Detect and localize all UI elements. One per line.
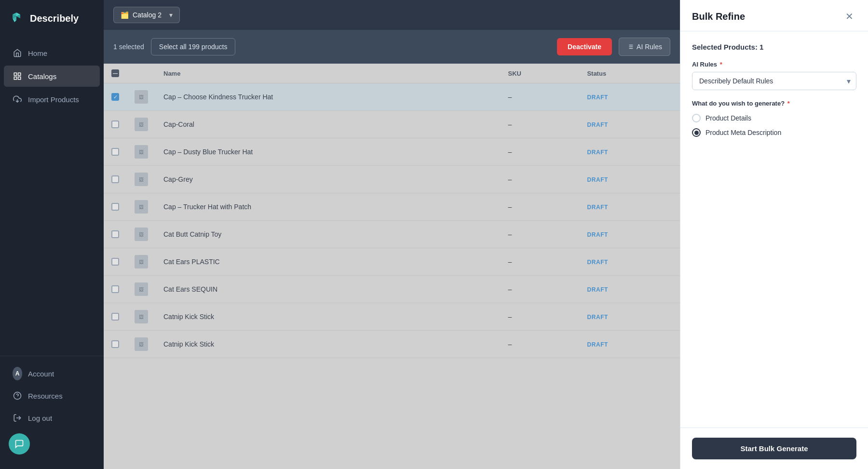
- ai-rules-required-star: *: [720, 61, 722, 68]
- row-name-4: Cap – Trucker Hat with Patch: [156, 193, 501, 221]
- row-checkbox-9[interactable]: [111, 340, 119, 348]
- row-checkbox-cell-3[interactable]: [104, 166, 127, 193]
- radio-product-meta-description-label: Product Meta Description: [705, 129, 781, 136]
- generate-required-star: *: [787, 100, 790, 107]
- home-icon: [13, 48, 22, 58]
- header-status: Status: [579, 64, 680, 83]
- row-name-2: Cap – Dusty Blue Trucker Hat: [156, 138, 501, 166]
- ai-rules-button[interactable]: AI Rules: [619, 38, 670, 56]
- main-nav: Home Catalogs Import Produc: [0, 37, 104, 356]
- catalog-selector[interactable]: 🗂️ Catalog 2 ▾: [113, 7, 180, 23]
- logout-icon: [13, 413, 22, 423]
- row-status-9: DRAFT: [579, 331, 680, 358]
- sidebar-item-logout-label: Log out: [28, 414, 52, 422]
- status-badge-4: DRAFT: [587, 204, 608, 211]
- generate-options: Product Details Product Meta Description: [692, 114, 856, 137]
- row-img-cell-1: 🖼: [127, 111, 156, 138]
- status-badge-3: DRAFT: [587, 176, 608, 183]
- svg-rect-2: [18, 73, 21, 75]
- row-checkbox-cell-9[interactable]: [104, 331, 127, 358]
- row-status-6: DRAFT: [579, 248, 680, 276]
- row-checkbox-cell-1[interactable]: [104, 111, 127, 138]
- sidebar-item-account[interactable]: A Account: [4, 363, 100, 384]
- row-name-3: Cap-Grey: [156, 166, 501, 193]
- row-checkbox-cell-0[interactable]: [104, 83, 127, 111]
- header-name: Name: [156, 64, 501, 83]
- selection-bar: 1 selected Select all 199 products Deact…: [104, 30, 680, 64]
- catalogs-icon: [13, 71, 22, 81]
- row-checkbox-1[interactable]: [111, 121, 119, 128]
- sidebar-item-resources[interactable]: Resources: [4, 385, 100, 406]
- select-all-button[interactable]: Select all 199 products: [151, 38, 236, 55]
- row-img-cell-8: 🖼: [127, 303, 156, 331]
- sidebar-item-catalogs[interactable]: Catalogs: [4, 66, 100, 87]
- sidebar-item-logout[interactable]: Log out: [4, 407, 100, 429]
- row-img-cell-5: 🖼: [127, 221, 156, 248]
- row-checkbox-cell-8[interactable]: [104, 303, 127, 331]
- svg-rect-0: [9, 10, 26, 27]
- import-icon: [13, 94, 22, 104]
- app-name: Describely: [30, 13, 79, 24]
- header-checkbox[interactable]: [111, 69, 119, 77]
- header-checkbox-cell[interactable]: [104, 64, 127, 83]
- product-thumbnail-1: 🖼: [135, 118, 148, 131]
- row-sku-1: –: [501, 111, 580, 138]
- row-checkbox-0[interactable]: [111, 93, 119, 101]
- svg-rect-3: [14, 77, 16, 80]
- product-thumbnail-6: 🖼: [135, 255, 148, 268]
- row-checkbox-cell-5[interactable]: [104, 221, 127, 248]
- row-checkbox-5[interactable]: [111, 230, 119, 238]
- table-row: 🖼 Cat Ears PLASTIC – DRAFT: [104, 248, 680, 276]
- chat-bubble[interactable]: [9, 433, 30, 455]
- ai-rules-select[interactable]: Describely Default Rules: [692, 72, 856, 90]
- row-checkbox-cell-4[interactable]: [104, 193, 127, 221]
- row-img-cell-3: 🖼: [127, 166, 156, 193]
- radio-product-details-circle[interactable]: [692, 114, 701, 122]
- status-badge-8: DRAFT: [587, 314, 608, 321]
- logo[interactable]: Describely: [0, 0, 104, 37]
- table-row: 🖼 Catnip Kick Stick – DRAFT: [104, 331, 680, 358]
- panel-title: Bulk Refine: [692, 11, 745, 22]
- close-panel-button[interactable]: ✕: [842, 10, 856, 23]
- row-checkbox-cell-2[interactable]: [104, 138, 127, 166]
- row-checkbox-2[interactable]: [111, 148, 119, 156]
- row-checkbox-8[interactable]: [111, 313, 119, 321]
- product-thumbnail-3: 🖼: [135, 173, 148, 186]
- row-status-5: DRAFT: [579, 221, 680, 248]
- sidebar-item-home[interactable]: Home: [4, 42, 100, 64]
- row-checkbox-3[interactable]: [111, 175, 119, 183]
- panel-header: Bulk Refine ✕: [680, 0, 868, 31]
- ai-rules-select-wrapper: Describely Default Rules ▾: [692, 72, 856, 90]
- row-status-3: DRAFT: [579, 166, 680, 193]
- table-container: Name SKU Status 🖼 Cap – Choose Kindness …: [104, 64, 680, 469]
- status-badge-9: DRAFT: [587, 341, 608, 348]
- row-sku-0: –: [501, 83, 580, 111]
- status-badge-6: DRAFT: [587, 259, 608, 266]
- row-sku-5: –: [501, 221, 580, 248]
- sidebar-item-import-products[interactable]: Import Products: [4, 89, 100, 110]
- row-checkbox-cell-6[interactable]: [104, 248, 127, 276]
- product-table: Name SKU Status 🖼 Cap – Choose Kindness …: [104, 64, 680, 358]
- start-bulk-generate-button[interactable]: Start Bulk Generate: [692, 438, 856, 459]
- sidebar-item-account-label: Account: [28, 370, 54, 378]
- table-row: 🖼 Cap – Dusty Blue Trucker Hat – DRAFT: [104, 138, 680, 166]
- status-badge-0: DRAFT: [587, 94, 608, 101]
- deactivate-button[interactable]: Deactivate: [557, 38, 612, 55]
- product-thumbnail-8: 🖼: [135, 310, 148, 323]
- row-name-8: Catnip Kick Stick: [156, 303, 501, 331]
- radio-product-meta-description-circle[interactable]: [692, 128, 701, 137]
- row-img-cell-2: 🖼: [127, 138, 156, 166]
- row-checkbox-cell-7[interactable]: [104, 276, 127, 303]
- row-status-7: DRAFT: [579, 276, 680, 303]
- svg-rect-1: [14, 73, 16, 75]
- table-row: 🖼 Cap-Grey – DRAFT: [104, 166, 680, 193]
- row-checkbox-7[interactable]: [111, 285, 119, 293]
- row-status-4: DRAFT: [579, 193, 680, 221]
- radio-product-meta-description[interactable]: Product Meta Description: [692, 128, 856, 137]
- table-row: 🖼 Cat Ears SEQUIN – DRAFT: [104, 276, 680, 303]
- row-checkbox-6[interactable]: [111, 258, 119, 266]
- row-name-6: Cat Ears PLASTIC: [156, 248, 501, 276]
- row-img-cell-4: 🖼: [127, 193, 156, 221]
- radio-product-details[interactable]: Product Details: [692, 114, 856, 122]
- row-checkbox-4[interactable]: [111, 203, 119, 211]
